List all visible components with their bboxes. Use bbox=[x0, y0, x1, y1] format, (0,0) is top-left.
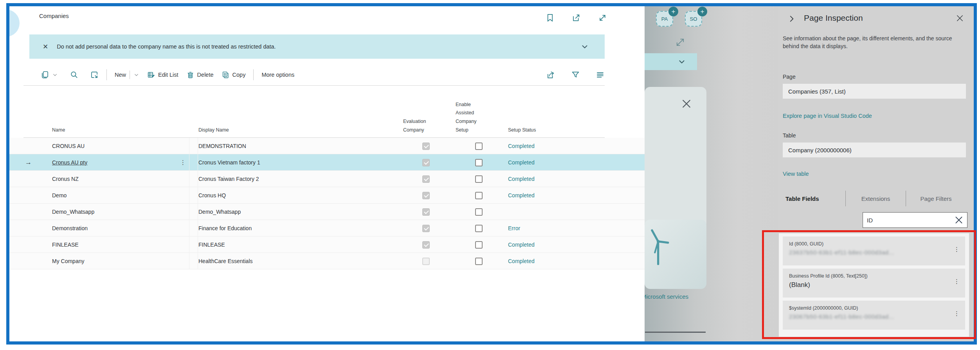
bookmark-icon[interactable] bbox=[546, 13, 555, 22]
display-name-cell[interactable]: HealthCare Essentials bbox=[198, 253, 253, 269]
assisted-setup-checkbox[interactable] bbox=[475, 143, 483, 150]
field-menu-icon[interactable]: ⋮ bbox=[954, 278, 960, 285]
company-name-link[interactable]: CRONUS AU bbox=[52, 143, 85, 149]
setup-status-link[interactable]: Error bbox=[508, 220, 520, 236]
table-field-value: Company (2000000006) bbox=[783, 143, 966, 157]
search-icon[interactable] bbox=[66, 69, 82, 81]
search-value[interactable]: ID bbox=[867, 217, 954, 224]
field-search-input[interactable]: ID bbox=[863, 212, 967, 228]
field-card-systemid[interactable]: $systemId (2000000000, GUID) 23067b50-63… bbox=[783, 301, 965, 330]
screenshot-frame: Companies ✕ Do not add personal data to … bbox=[6, 3, 977, 345]
resize-diagonal-icon[interactable] bbox=[675, 37, 686, 48]
delete-button[interactable]: Delete bbox=[182, 69, 218, 81]
setup-status-link[interactable]: Completed bbox=[508, 154, 535, 171]
share-icon[interactable] bbox=[546, 70, 555, 79]
assisted-setup-checkbox[interactable] bbox=[475, 225, 483, 232]
setup-status-link[interactable]: Completed bbox=[508, 171, 535, 187]
assisted-setup-checkbox[interactable] bbox=[475, 241, 483, 249]
close-icon[interactable] bbox=[681, 98, 692, 110]
role-badge-so[interactable]: SO + bbox=[684, 10, 703, 27]
field-card-id[interactable]: Id (8000, GUID) 23637b50-63b1-ef11-b8ec-… bbox=[783, 236, 965, 265]
microsoft-services-label[interactable]: Microsoft services bbox=[641, 293, 688, 300]
assisted-setup-checkbox[interactable] bbox=[475, 175, 483, 183]
notification-chevron-down-icon[interactable] bbox=[580, 42, 589, 51]
evaluation-company-checkbox[interactable] bbox=[422, 175, 430, 183]
edit-list-button[interactable]: Edit List bbox=[143, 69, 182, 81]
company-name-link[interactable]: Demo_Whatsapp bbox=[52, 209, 94, 215]
evaluation-company-checkbox[interactable] bbox=[422, 208, 430, 216]
assisted-setup-checkbox[interactable] bbox=[475, 258, 483, 265]
table-row[interactable]: → Cronus AU pty ⋮ Cronus Vietnam factory… bbox=[9, 154, 645, 171]
setup-status-link[interactable]: Completed bbox=[508, 138, 535, 154]
assisted-setup-checkbox[interactable] bbox=[475, 159, 483, 166]
assisted-setup-checkbox[interactable] bbox=[475, 192, 483, 199]
evaluation-company-checkbox[interactable] bbox=[422, 159, 430, 166]
avatar bbox=[9, 9, 20, 37]
collapsed-header-bar[interactable] bbox=[645, 53, 697, 70]
table-row[interactable]: → CRONUS AU ⋮ DEMONSTRATION Completed bbox=[9, 138, 645, 154]
field-card-business-profile-id[interactable]: Business Profile Id (8005, Text[250]) (B… bbox=[783, 269, 965, 298]
microsoft-services-card[interactable] bbox=[645, 220, 706, 289]
collapse-panel-chevron-icon[interactable] bbox=[787, 14, 796, 23]
table-row[interactable]: → My Company ⋮ HealthCare Essentials Com… bbox=[9, 253, 645, 269]
evaluation-company-checkbox[interactable] bbox=[422, 241, 430, 249]
setup-status-link[interactable]: Completed bbox=[508, 253, 535, 269]
company-name-link[interactable]: Cronus NZ bbox=[52, 176, 79, 182]
table-row[interactable]: → Demo ⋮ Cronus HQ Completed bbox=[9, 187, 645, 204]
table-row[interactable]: → Cronus NZ ⋮ Cronus Taiwan Factory 2 Co… bbox=[9, 171, 645, 187]
tab-table-fields[interactable]: Table Fields bbox=[783, 195, 845, 202]
views-list-icon[interactable] bbox=[596, 70, 605, 79]
company-pages-icon[interactable] bbox=[37, 69, 62, 81]
row-menu-icon[interactable]: ⋮ bbox=[180, 154, 186, 171]
evaluation-company-checkbox[interactable] bbox=[422, 143, 430, 150]
column-header-setup-status[interactable]: Setup Status bbox=[508, 126, 536, 135]
display-name-cell[interactable]: DEMONSTRATION bbox=[198, 138, 246, 154]
filter-icon[interactable] bbox=[571, 70, 580, 79]
column-header-display-name[interactable]: Display Name bbox=[198, 126, 229, 135]
open-in-new-window-icon[interactable] bbox=[572, 13, 581, 22]
expand-icon[interactable] bbox=[598, 13, 607, 22]
dismiss-notification-icon[interactable]: ✕ bbox=[43, 43, 48, 51]
clear-search-icon[interactable] bbox=[954, 215, 964, 225]
assisted-setup-checkbox[interactable] bbox=[475, 208, 483, 216]
company-name-link[interactable]: Demonstration bbox=[52, 225, 88, 231]
tab-page-filters[interactable]: Page Filters bbox=[906, 195, 966, 202]
company-name-link[interactable]: My Company bbox=[52, 258, 84, 264]
display-name-cell[interactable]: Cronus Taiwan Factory 2 bbox=[198, 171, 259, 187]
table-row[interactable]: → Demonstration ⋮ Finance for Education … bbox=[9, 220, 645, 236]
field-menu-icon[interactable]: ⋮ bbox=[954, 310, 960, 317]
setup-status-link[interactable]: Completed bbox=[508, 236, 535, 253]
column-header-enable-assisted[interactable]: Enable Assisted Company Setup bbox=[456, 101, 477, 135]
tab-extensions[interactable]: Extensions bbox=[846, 195, 906, 202]
close-panel-icon[interactable] bbox=[955, 14, 964, 23]
add-badge-icon[interactable]: + bbox=[668, 7, 678, 16]
company-name-link[interactable]: Cronus AU pty bbox=[52, 159, 87, 166]
column-header-name[interactable]: Name bbox=[52, 126, 65, 135]
background-app-strip: PA + SO + bbox=[645, 6, 778, 341]
copy-button[interactable]: Copy bbox=[218, 69, 250, 81]
evaluation-company-checkbox[interactable] bbox=[422, 225, 430, 232]
company-name-link[interactable]: FINLEASE bbox=[52, 242, 79, 248]
new-button[interactable]: New bbox=[111, 69, 143, 81]
evaluation-company-checkbox[interactable] bbox=[422, 258, 430, 265]
display-name-cell[interactable]: Demo_Whatsapp bbox=[198, 204, 241, 220]
field-menu-icon[interactable]: ⋮ bbox=[954, 246, 960, 253]
setup-status-link[interactable]: Completed bbox=[508, 187, 535, 204]
view-table-link[interactable]: View table bbox=[783, 171, 809, 177]
table-row[interactable]: → Demo_Whatsapp ⋮ Demo_Whatsapp bbox=[9, 204, 645, 220]
new-split-chevron-icon[interactable] bbox=[133, 72, 139, 78]
background-divider bbox=[645, 332, 706, 333]
explore-page-link[interactable]: Explore page in Visual Studio Code bbox=[783, 113, 872, 119]
display-name-cell[interactable]: Cronus Vietnam factory 1 bbox=[198, 154, 260, 171]
more-options-button[interactable]: More options bbox=[258, 70, 298, 79]
column-header-evaluation-company[interactable]: Evaluation Company bbox=[403, 117, 438, 135]
display-name-cell[interactable]: Cronus HQ bbox=[198, 187, 226, 204]
company-name-link[interactable]: Demo bbox=[52, 192, 67, 198]
display-name-cell[interactable]: Finance for Education bbox=[198, 220, 252, 236]
add-badge-icon[interactable]: + bbox=[697, 7, 707, 16]
table-row[interactable]: → FINLEASE ⋮ FINLEASE Completed bbox=[9, 236, 645, 253]
analyze-icon[interactable] bbox=[86, 69, 103, 81]
display-name-cell[interactable]: FINLEASE bbox=[198, 236, 225, 253]
role-badge-pa[interactable]: PA + bbox=[655, 10, 674, 27]
evaluation-company-checkbox[interactable] bbox=[422, 192, 430, 199]
